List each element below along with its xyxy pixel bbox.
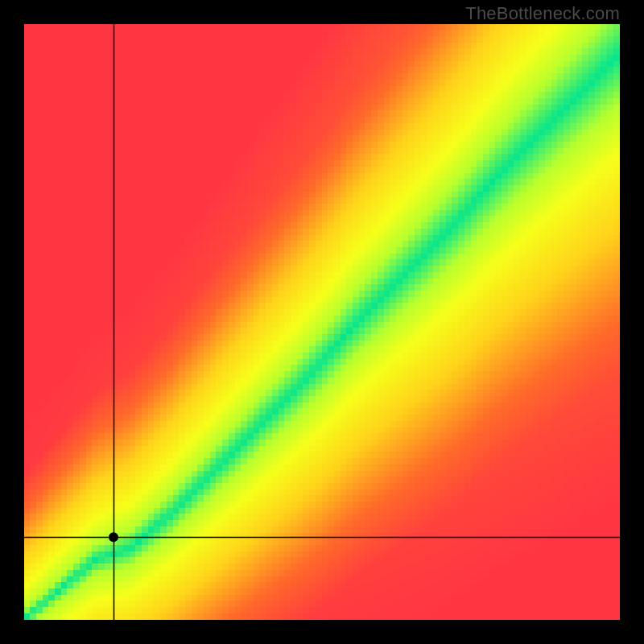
bottleneck-heatmap xyxy=(24,24,620,620)
attribution-label: TheBottleneck.com xyxy=(465,3,620,24)
chart-frame: TheBottleneck.com xyxy=(0,0,644,644)
